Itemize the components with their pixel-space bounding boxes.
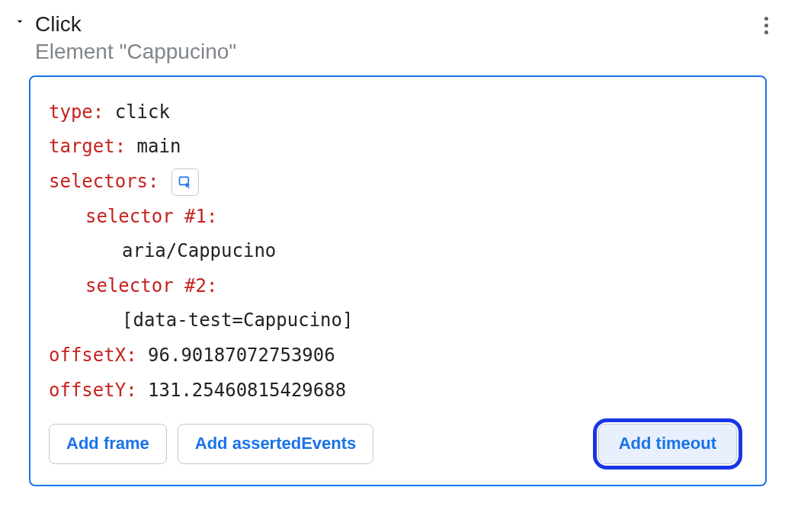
button-row: Add frame Add assertedEvents Add timeout [49,418,747,469]
chevron-down-icon [14,15,26,27]
prop-offsety[interactable]: offsetY: 131.25460815429688 [49,373,747,409]
prop-key: selector #2 [85,275,207,296]
step-subtitle: Element "Cappucino" [35,38,236,66]
add-timeout-button[interactable]: Add timeout [598,424,737,463]
add-frame-button[interactable]: Add frame [49,424,167,463]
prop-value: 131.25460815429688 [148,380,346,401]
prop-type[interactable]: type: click [49,95,747,130]
prop-value: [data-test=Cappucino] [122,309,353,331]
prop-selector-2-value[interactable]: [data-test=Cappucino] [49,303,747,338]
collapse-toggle[interactable] [14,15,26,27]
prop-selector-1[interactable]: selector #1: [49,200,747,235]
more-icon [764,17,768,21]
prop-selector-1-value[interactable]: aria/Cappucino [49,234,747,269]
prop-key: offsetX [49,345,126,366]
step-title: Click [35,11,236,38]
prop-key: selectors [49,171,148,192]
prop-key: selector #1 [85,206,207,227]
select-element-button[interactable] [171,168,199,196]
prop-selector-2[interactable]: selector #2: [49,269,747,304]
details-panel: type: click target: main selectors: sele… [29,75,767,486]
prop-key: offsetY [49,380,126,401]
step-editor: Click Element "Cappucino" type: click ta… [8,8,777,486]
prop-offsetx[interactable]: offsetX: 96.90187072753906 [49,338,747,373]
prop-key: type [49,101,93,123]
prop-target[interactable]: target: main [49,130,747,165]
prop-value: click [115,101,170,123]
prop-selectors[interactable]: selectors: [49,165,747,200]
prop-value: main [137,136,181,157]
more-menu-button[interactable] [761,11,771,40]
prop-value: 96.90187072753906 [148,345,335,366]
highlight-annotation: Add timeout [593,418,742,469]
title-block: Click Element "Cappucino" [35,11,236,66]
step-header: Click Element "Cappucino" [8,8,777,75]
element-picker-icon [178,175,193,190]
header-left: Click Element "Cappucino" [14,11,236,66]
add-asserted-events-button[interactable]: Add assertedEvents [178,424,374,463]
prop-key: target [49,136,115,157]
prop-value: aria/Cappucino [122,240,276,261]
